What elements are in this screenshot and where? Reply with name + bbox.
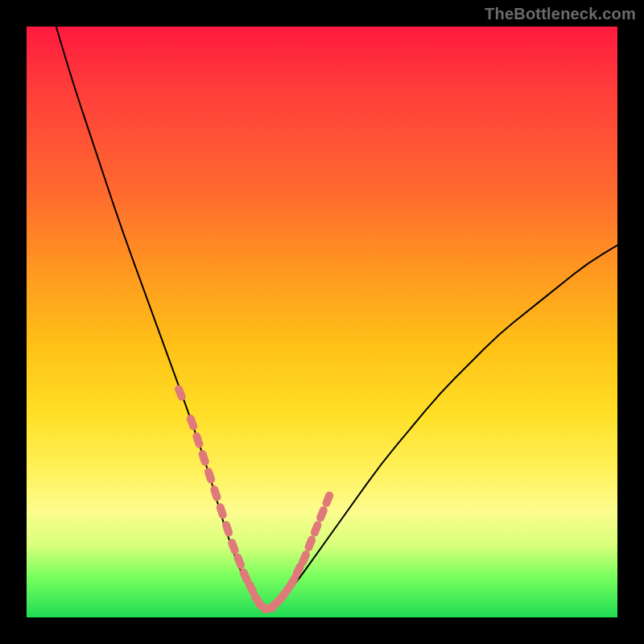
- curve-marker: [185, 414, 198, 431]
- bottleneck-curve-svg: [27, 27, 617, 617]
- curve-marker: [192, 431, 204, 449]
- curve-marker: [197, 449, 210, 467]
- curve-marker: [309, 520, 323, 538]
- curve-marker: [321, 490, 335, 508]
- curve-marker: [303, 535, 317, 552]
- curve-marker: [316, 505, 329, 522]
- chart-frame: TheBottleneck.com: [0, 0, 644, 644]
- bottleneck-curve: [56, 27, 617, 608]
- curve-marker: [221, 520, 234, 538]
- curve-marker: [173, 384, 187, 402]
- curve-marker: [204, 467, 217, 485]
- watermark-label: TheBottleneck.com: [485, 5, 636, 23]
- curve-marker: [209, 485, 222, 502]
- curve-marker: [215, 502, 228, 520]
- plot-area: [27, 27, 617, 617]
